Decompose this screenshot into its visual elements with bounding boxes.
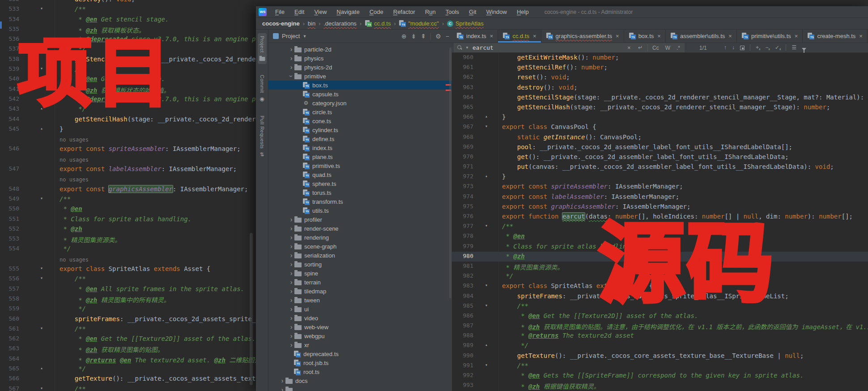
tree-item-docs[interactable]: ›docs [268, 376, 452, 385]
remove-selection-icon[interactable]: −ıı [765, 44, 769, 51]
search-toggle-cc[interactable]: Cc [652, 45, 659, 51]
menu-git[interactable]: Git [465, 8, 481, 16]
chevron-collapsed-icon[interactable]: › [288, 244, 294, 249]
filter-lines-icon[interactable]: ☰ [791, 44, 796, 51]
tree-item-tween[interactable]: ›tween [268, 296, 452, 305]
tree-item-cylinder.ts[interactable]: TScylinder.ts [268, 125, 452, 134]
menu-code[interactable]: Code [366, 8, 387, 16]
tool-window-button-pull-requests[interactable]: Pull Requests⇅ [259, 113, 266, 160]
code-editor[interactable]: 960 getExitWriteMask(): number;961 getSt… [452, 53, 868, 391]
editor-tab-cc.d.ts[interactable]: TScc.d.ts× [498, 30, 541, 43]
tree-item-root.jsb.ts[interactable]: TSroot.jsb.ts [268, 358, 452, 367]
tree-item-circle.ts[interactable]: TScircle.ts [268, 107, 452, 116]
breadcrumb-item[interactable]: CSpriteAtlas [447, 20, 484, 27]
previous-occurrence-icon[interactable]: ↑ [724, 44, 727, 51]
chevron-collapsed-icon[interactable]: › [288, 262, 294, 266]
close-tab-icon[interactable]: × [490, 33, 494, 39]
select-all-occurrences-icon[interactable] [740, 46, 745, 50]
chevron-expanded-icon[interactable]: › [289, 73, 294, 79]
locate-file-icon[interactable]: ⊕ [401, 33, 407, 40]
filter-funnel-icon[interactable] [802, 48, 806, 51]
collapse-all-icon[interactable]: ⇞ [421, 33, 426, 40]
tree-item-ui[interactable]: ›ui [268, 305, 452, 314]
next-occurrence-icon[interactable]: ↓ [732, 44, 735, 51]
left-editor-scrollbar[interactable] [250, 233, 253, 385]
tree-item-utils.ts[interactable]: TSutils.ts [268, 206, 452, 215]
breadcrumb-item[interactable]: .declarations [323, 20, 357, 27]
project-panel-title[interactable]: Project [282, 33, 300, 39]
chevron-collapsed-icon[interactable]: › [288, 289, 294, 293]
search-toggle-regex*[interactable]: .* [677, 45, 680, 51]
tree-item-physics[interactable]: ›physics [268, 54, 452, 63]
search-history-chevron-icon[interactable]: ▼ [465, 46, 469, 50]
tree-item-webgpu[interactable]: ›webgpu [268, 331, 452, 340]
breadcrumb-item[interactable]: bin [308, 20, 315, 27]
tree-item-spine[interactable]: ›spine [268, 269, 452, 278]
add-selection-icon[interactable]: +ıı [756, 44, 760, 51]
close-tab-icon[interactable]: × [533, 33, 536, 39]
editor-tab-box.ts[interactable]: TSbox.ts× [624, 30, 666, 43]
tree-item-render-scene[interactable]: ›render-scene [268, 224, 452, 233]
chevron-collapsed-icon[interactable]: › [279, 378, 285, 383]
tree-item-rendering[interactable]: ›rendering [268, 233, 452, 242]
chevron-collapsed-icon[interactable]: › [288, 316, 294, 320]
tree-item-define.ts[interactable]: TSdefine.ts [268, 134, 452, 143]
no-usages-hint[interactable]: no usages [0, 254, 89, 263]
tree-item-partial[interactable]: › [268, 385, 452, 391]
chevron-collapsed-icon[interactable]: › [288, 343, 294, 347]
chevron-collapsed-icon[interactable]: › [288, 298, 294, 302]
editor-tab-assembler-utils.ts[interactable]: TSassembler\utils.ts× [666, 30, 737, 43]
expand-all-icon[interactable]: ⇟ [411, 33, 417, 40]
webstorm-logo-icon[interactable]: WS [259, 8, 267, 16]
menu-file[interactable]: File [271, 8, 289, 16]
tree-item-category.json[interactable]: ⚙category.json [268, 99, 452, 107]
menu-edit[interactable]: Edit [290, 8, 308, 16]
toggle-selection-icon[interactable]: ✓ıı [775, 44, 781, 51]
tree-item-torus.ts[interactable]: TStorus.ts [268, 188, 452, 197]
menu-view[interactable]: View [310, 8, 331, 16]
menu-refactor[interactable]: Refactor [389, 8, 419, 16]
editor-tab-primitive-utils.ts[interactable]: TSprimitive\utils.ts× [737, 30, 803, 43]
tree-item-box.ts[interactable]: TSbox.ts [268, 81, 452, 90]
chevron-collapsed-icon[interactable]: › [288, 56, 294, 60]
tree-item-terrain[interactable]: ›terrain [268, 278, 452, 287]
hide-panel-icon[interactable]: − [446, 33, 449, 40]
no-usages-hint[interactable]: no usages [0, 155, 89, 163]
editor-tab-graphics-assembler.ts[interactable]: TSgraphics-assembler.ts× [541, 30, 624, 43]
search-input[interactable]: ▼ earcut [454, 43, 685, 52]
tree-item-primitive[interactable]: ›primitive [268, 72, 452, 81]
tool-window-button-project[interactable]: Project [258, 33, 267, 64]
tree-item-web-view[interactable]: ›web-view [268, 322, 452, 331]
menu-navigate[interactable]: Navigate [332, 8, 363, 16]
tree-item-deprecated.ts[interactable]: TSdeprecated.ts [268, 349, 452, 358]
tree-item-index.ts[interactable]: TSindex.ts [268, 143, 452, 152]
close-tab-icon[interactable]: × [657, 33, 661, 39]
clear-search-icon[interactable]: × [627, 44, 631, 51]
close-tab-icon[interactable]: × [616, 33, 619, 39]
settings-gear-icon[interactable]: ⚙ [435, 33, 441, 40]
tree-item-transform.ts[interactable]: TStransform.ts [268, 197, 452, 206]
no-usages-hint[interactable]: no usages [0, 134, 89, 143]
chevron-collapsed-icon[interactable]: › [288, 226, 294, 231]
chevron-collapsed-icon[interactable]: › [279, 387, 285, 391]
editor-tab-create-mesh.ts[interactable]: TScreate-mesh.ts× [803, 30, 868, 43]
search-query-text[interactable]: earcut [472, 44, 494, 51]
tree-item-serialization[interactable]: ›serialization [268, 251, 452, 260]
tree-item-profiler[interactable]: ›profiler [268, 215, 452, 224]
tree-item-physics-2d[interactable]: ›physics-2d [268, 63, 452, 72]
chevron-collapsed-icon[interactable]: › [288, 47, 294, 52]
close-tab-icon[interactable]: × [795, 33, 798, 39]
chevron-collapsed-icon[interactable]: › [288, 235, 294, 240]
tree-item-cone.ts[interactable]: TScone.ts [268, 116, 452, 125]
tree-item-primitive.ts[interactable]: TSprimitive.ts [268, 161, 452, 170]
new-line-icon[interactable]: ↵ [638, 44, 642, 51]
project-tree-scrollbar[interactable] [449, 47, 451, 298]
tree-item-xr[interactable]: ›xr [268, 340, 452, 349]
menu-tools[interactable]: Tools [442, 8, 463, 16]
close-tab-icon[interactable]: × [728, 33, 732, 39]
chevron-collapsed-icon[interactable]: › [288, 325, 294, 329]
tree-item-root.ts[interactable]: TSroot.ts [268, 367, 452, 376]
close-tab-icon[interactable]: × [859, 33, 863, 39]
tree-item-sorting[interactable]: ›sorting [268, 260, 452, 269]
tree-item-video[interactable]: ›video [268, 314, 452, 322]
